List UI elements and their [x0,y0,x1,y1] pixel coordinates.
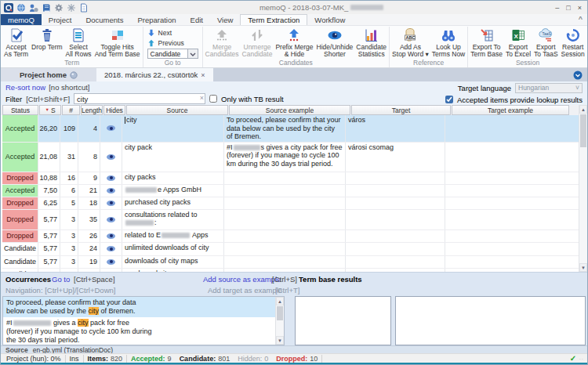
drop-term-button[interactable]: Drop Term [30,27,64,59]
scroll-down-icon[interactable]: ▼ [276,336,284,345]
scroll-up-icon[interactable]: ▲ [276,297,284,305]
candidate-statistics-button[interactable]: Candidate Statistics [354,27,388,59]
document-tab-2018-m-rcius-22-cs-t-rt-k[interactable]: 2018. március 22., csütörtök× [96,68,213,81]
eye-icon[interactable] [107,201,115,206]
column-header-s[interactable]: ▼S [39,105,61,115]
settings-gear-icon[interactable] [54,3,64,13]
term-row[interactable]: Accepted26,201094cityTo proceed, please … [2,115,587,143]
eye-icon[interactable] [107,233,115,239]
merge-candidates-button[interactable]: Merge Candidates [204,27,241,59]
eye-icon[interactable] [107,188,115,193]
minimize-button[interactable]: – [555,4,559,12]
scroll-down-icon[interactable]: ▼ [579,263,587,272]
restart-session-button[interactable]: Restart Session [560,27,586,59]
occurrences-goto-link[interactable]: Go to [52,275,70,284]
scrollbar-thumb[interactable] [277,306,283,320]
eye-icon[interactable] [107,246,115,251]
occurrences-scrollbar[interactable]: ▲ ▼ [275,297,284,345]
ribbon-tab-documents[interactable]: Documents [78,14,130,25]
column-header-target-example[interactable]: Target example [452,105,569,115]
term-row[interactable]: Dropped5,77326related to E Apps [2,230,587,243]
eye-icon[interactable] [107,154,115,160]
occurrence-item[interactable]: To proceed, please confirm that your dat… [3,297,275,317]
collapse-ribbon-button[interactable]: ^ [579,15,583,23]
hides-cell [100,230,122,242]
eye-icon [327,27,343,43]
ribbon-tab-workflow[interactable]: Workflow [307,14,352,25]
eye-icon[interactable] [107,175,115,181]
resources-book-icon[interactable] [42,3,51,13]
scrollbar-thumb[interactable] [580,114,586,147]
column-header-hides[interactable]: Hides [103,105,125,115]
term-row[interactable]: Accepted21,08318city pack#Is gives a cit… [2,143,587,172]
length-cell: 8 [78,143,100,172]
status-label: Candidate: [180,355,216,363]
text-segment: city packs [125,173,156,181]
ribbon-tab-memoq[interactable]: memoQ [1,14,42,25]
score-cell: 26,20 [38,115,60,142]
user-options-icon[interactable] [29,3,38,13]
occurrence-item[interactable]: #I gives a city pack for free (forever) … [3,317,275,345]
term-row[interactable]: Dropped10,88169city packs [2,172,587,185]
column-header-source-example[interactable]: Source example [229,105,350,115]
next-button[interactable]: Next [147,28,198,37]
hide-unhide-shorter-button[interactable]: Hide/Unhide Shorter [315,27,355,59]
scroll-up-icon[interactable]: ▲ [579,105,587,114]
ribbon-tab-view[interactable]: View [210,14,240,25]
chevron-down-icon[interactable] [188,49,198,59]
export-to-excel-button[interactable]: XExport To Excel [504,27,532,59]
resize-grip[interactable]: ∙∙ [579,356,584,361]
ribbon-tab-preparation[interactable]: Preparation [130,14,183,25]
go-to-type-dropdown[interactable]: Candidate [147,49,198,59]
globe-icon[interactable] [16,3,26,13]
look-up-terms-now-button[interactable]: Look Up Terms Now [430,27,467,59]
sort-descending-icon: ▼ [45,108,49,112]
term-row[interactable]: Candidate5,77319downloads of city maps [2,256,587,269]
new-document-icon[interactable] [79,3,89,13]
accepted-lookup-checkbox[interactable] [445,96,453,103]
dropdown-value: Candidate [147,49,188,59]
column-header-[interactable]: # [62,105,80,115]
term-row[interactable]: Dropped5,77335consultations related to : [2,210,587,230]
toggle-hits-and-term-base-button[interactable]: Toggle Hits And Term Base [93,27,142,59]
add-source-example-link[interactable]: Add source as example [203,275,281,284]
eye-icon[interactable] [107,259,115,265]
term-row[interactable]: Accepted7,50621e Apps GmbH [2,185,587,197]
document-tab-project-home[interactable]: Project home [1,68,96,81]
term-row[interactable]: Dropped6,25518purchased city packs [2,197,587,210]
ribbon-tab-term-extraction[interactable]: Term Extraction [240,14,307,25]
occurrences-title: Occurrences [5,275,51,284]
snowflake-icon[interactable] [67,3,76,13]
memoq-logo-icon[interactable] [4,3,13,13]
tab-bar-menu-icon[interactable] [573,70,583,80]
ribbon-tab-edit[interactable]: Edit [183,14,210,25]
eye-icon[interactable] [107,125,115,131]
table-scrollbar[interactable]: ▲ ▼ [579,105,587,272]
count-cell: 3 [60,230,78,242]
resort-now-link[interactable]: Re-sort now [5,83,45,92]
prefix-merge-hide-button[interactable]: Prefix Merge & Hide [274,27,314,59]
column-header-status[interactable]: Status [2,105,38,115]
select-all-rows-button[interactable]: Select All Rows [64,27,93,59]
column-header-target[interactable]: Target [351,105,451,115]
only-tb-result-checkbox[interactable] [209,95,217,103]
ribbon-tab-project[interactable]: Project [42,14,79,25]
previous-button[interactable]: Previous [147,38,198,47]
add-target-example-link[interactable]: Add target as example [208,286,282,295]
term-row[interactable]: Candidate5,77324unlimited downloads of c… [2,243,587,256]
column-header-length[interactable]: Length [81,105,103,115]
column-header-source[interactable]: Source [126,105,228,115]
eye-icon[interactable] [107,217,115,222]
add-as-stop-word-button[interactable]: ABCAdd As Stop Word ▾ [390,27,430,59]
export-to-taas-button[interactable]: TaaSExport To TaaS [532,27,560,59]
target-language-select[interactable]: Hungarian ˅ [515,83,583,93]
unmerge-candidate-button[interactable]: Unmerge Candidate [241,27,274,59]
maximize-button[interactable]: □ [566,4,570,12]
filter-input[interactable] [74,93,205,104]
close-button[interactable]: × [578,4,582,12]
close-tab-icon[interactable]: × [201,71,205,79]
source-cell: consultations related to : [122,210,224,229]
export-to-term-base-button[interactable]: Export To Term Base [469,27,504,59]
accept-as-term-button[interactable]: Accept As Term [2,27,30,59]
clear-filter-icon[interactable]: × [200,94,204,102]
